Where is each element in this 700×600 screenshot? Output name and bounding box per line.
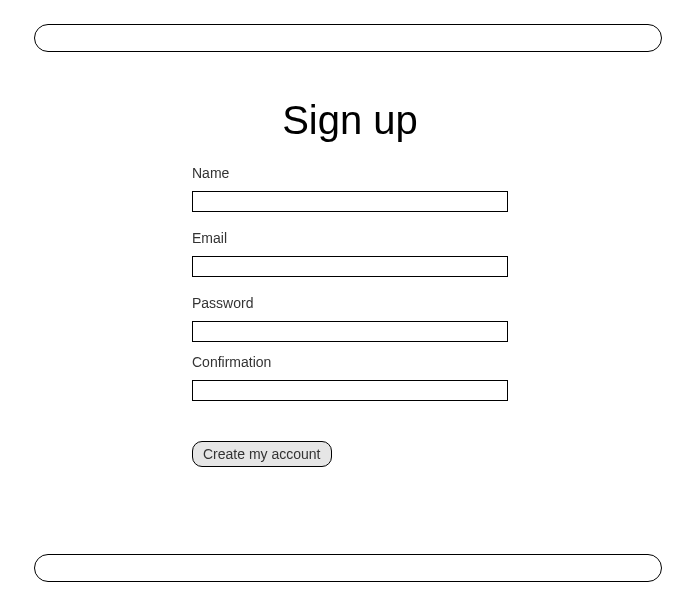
bottom-footer-bar — [34, 554, 662, 582]
confirmation-input[interactable] — [192, 380, 508, 401]
page-title: Sign up — [0, 98, 700, 143]
name-field-group: Name — [192, 165, 508, 212]
signup-content: Sign up Name Email Password Confirmation… — [0, 98, 700, 467]
confirmation-field-group: Confirmation — [192, 354, 508, 401]
confirmation-label: Confirmation — [192, 354, 508, 370]
password-input[interactable] — [192, 321, 508, 342]
email-field-group: Email — [192, 230, 508, 277]
top-nav-bar — [34, 24, 662, 52]
email-label: Email — [192, 230, 508, 246]
name-input[interactable] — [192, 191, 508, 212]
email-input[interactable] — [192, 256, 508, 277]
name-label: Name — [192, 165, 508, 181]
password-field-group: Password — [192, 295, 508, 342]
create-account-button[interactable]: Create my account — [192, 441, 332, 467]
password-label: Password — [192, 295, 508, 311]
signup-form: Name Email Password Confirmation Create … — [192, 165, 508, 467]
